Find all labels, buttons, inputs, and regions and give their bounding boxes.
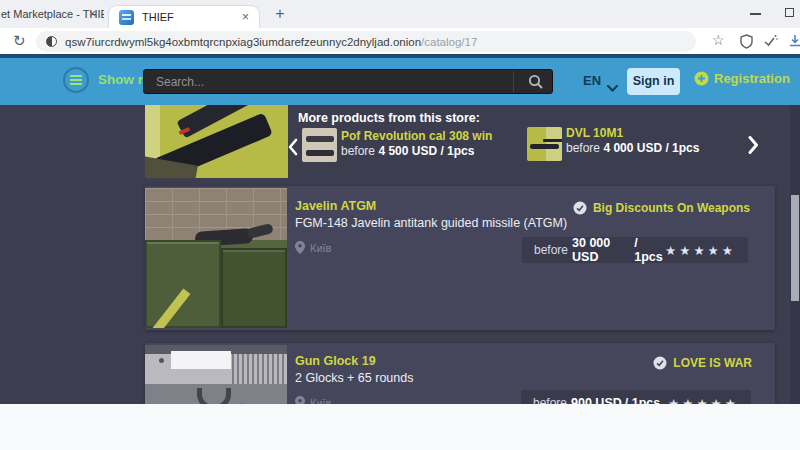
listing-card-javelin: Javelin ATGM FGM-148 Javelin antitank gu… [145,186,775,330]
url-path: /catalog/17 [421,36,477,48]
promo-badge[interactable]: Big Discounts On Weapons [573,201,750,215]
price-bar: before 900 USD / 1pcs ★★★★★ [521,390,751,404]
close-icon[interactable]: × [242,10,249,24]
shield-icon[interactable] [740,34,753,53]
address-bar[interactable]: qsw7iurcrdwyml5kg4oxbmtqrcnpxiag3iumdare… [36,31,696,52]
search-box [143,69,553,94]
download-icon[interactable] [788,34,800,52]
address-bar-row: ↻ qsw7iurcrdwyml5kg4oxbmtqrcnpxiag3iumda… [0,28,800,54]
listing-title[interactable]: Javelin ATGM [295,199,376,213]
price-unit: / 1pcs [634,236,665,264]
site-header: Show menu EN Sign in Registration [0,58,800,105]
tab-strip: et Marketplace - THIEF × THIEF × + [0,0,800,28]
location-label: Київ [310,242,331,254]
listing-location: Київ [295,396,331,404]
sign-in-button[interactable]: Sign in [627,68,680,95]
restore-button[interactable] [785,8,794,17]
registration-button[interactable]: Registration [694,71,790,86]
price-value: 30 000 USD [572,236,631,264]
carousel-heading: More products from this store: [298,111,480,125]
site-favicon [119,10,134,25]
location-pin-icon [295,396,305,404]
listing-image[interactable] [145,188,287,328]
listing-location: Київ [295,241,331,254]
registration-label: Registration [714,71,790,86]
plus-circle-icon [694,71,709,86]
carousel-item-name[interactable]: DVL 10M1 [566,126,623,140]
listing-card-glock: Gun Glock 19 2 Glocks + 65 rounds Київ L… [145,343,775,404]
carousel-next-chevron-icon[interactable] [747,135,759,159]
url-domain: qsw7iurcrdwyml5kg4oxbmtqrcnpxiag3iumdare… [65,36,421,48]
price-value: 4 000 USD [603,141,662,155]
price-unit: / 1pcs [625,396,660,404]
wand-check-icon[interactable] [764,34,778,52]
search-divider [513,71,514,92]
rating-stars: ★★★★★ [668,396,739,405]
price-value: 900 USD [571,396,622,404]
price-prefix: before [341,144,375,158]
search-icon[interactable] [528,74,544,90]
rating-stars: ★★★★★ [665,243,736,258]
new-tab-button[interactable]: + [269,3,291,25]
catalog-content: More products from this store: Pof Revol… [0,105,800,404]
location-pin-icon [295,241,305,254]
listing-image[interactable] [145,345,287,404]
carousel-item-price: before 4 000 USD / 1pcs [566,141,699,155]
language-selector[interactable]: EN [583,73,601,88]
url-text: qsw7iurcrdwyml5kg4oxbmtqrcnpxiag3iumdare… [65,36,477,48]
hamburger-icon[interactable] [63,67,89,93]
reload-icon[interactable]: ↻ [13,32,26,50]
price-unit: / 1pcs [440,144,474,158]
carousel-item-thumb[interactable] [302,128,337,162]
bookmark-star-icon[interactable]: ☆ [712,32,725,48]
window-bottom-gap [0,404,800,450]
tab-thief[interactable]: THIEF × [108,5,260,28]
listing-description: 2 Glocks + 65 rounds [295,371,413,385]
price-unit: / 1pcs [665,141,699,155]
browser-window: et Marketplace - THIEF × THIEF × + ↻ qsw… [0,0,800,450]
check-circle-icon [653,356,667,370]
check-circle-icon [573,201,587,215]
tab-marketplace[interactable]: et Marketplace - THIEF × [0,0,104,28]
promo-badge[interactable]: LOVE IS WAR [653,356,752,370]
listing-title[interactable]: Gun Glock 19 [295,354,376,368]
carousel-prev-chevron-icon[interactable] [288,138,298,160]
price-prefix: before [534,243,568,257]
price-prefix: before [566,141,600,155]
price-bar: before 30 000 USD / 1pcs ★★★★★ [522,237,748,263]
scrollbar[interactable] [790,105,800,404]
site-info-icon[interactable] [46,36,57,47]
price-prefix: before [533,396,567,404]
search-input[interactable] [144,70,504,93]
carousel-item-price: before 4 500 USD / 1pcs [341,144,474,158]
location-label: Київ [310,397,331,405]
tab-label: THIEF [142,11,174,23]
badge-label: Big Discounts On Weapons [593,201,750,215]
hero-product-image[interactable] [145,105,288,178]
carousel-item-thumb[interactable] [527,127,562,161]
scrollbar-thumb[interactable] [791,195,799,301]
badge-label: LOVE IS WAR [673,356,752,370]
listing-description: FGM-148 Javelin antitank guided missile … [295,216,567,230]
close-icon[interactable]: × [89,7,96,21]
minimize-button[interactable] [750,13,761,15]
carousel-item-name[interactable]: Pof Revolution cal 308 win [341,129,492,143]
price-value: 4 500 USD [378,144,437,158]
chevron-down-icon[interactable] [607,78,618,96]
